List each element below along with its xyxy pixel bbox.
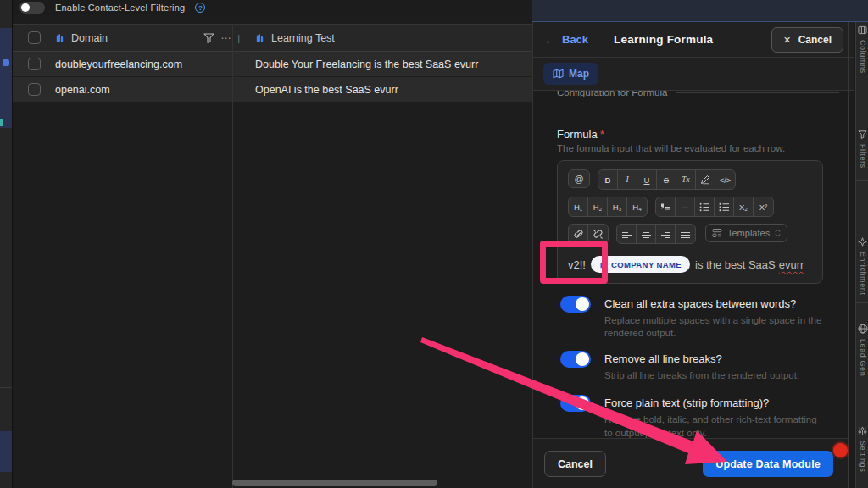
panel-cancel-button[interactable]: × Cancel: [771, 27, 843, 53]
config-section-header: Configuration for Formula: [557, 91, 848, 99]
column-header-domain[interactable]: Domain ⋯ |: [55, 32, 245, 44]
close-icon: ×: [783, 33, 790, 47]
row-checkbox[interactable]: [28, 83, 41, 96]
table-row[interactable]: openai.com OpenAI is the best SaaS evurr: [13, 77, 532, 103]
align-right-icon: [660, 229, 671, 239]
toggle-description: Strip all line breaks from the rendered …: [604, 369, 826, 382]
quote-icon: [660, 202, 671, 212]
formula-field-help: The formula input that will be evaluated…: [557, 143, 848, 153]
mention-button[interactable]: @: [568, 169, 590, 188]
sidebar-divider: [0, 387, 12, 388]
misspelled-word: evurr: [779, 258, 804, 271]
bold-button[interactable]: B: [598, 170, 618, 189]
map-button[interactable]: Map: [543, 63, 598, 85]
rail-tab-settings[interactable]: Settings: [856, 426, 868, 472]
right-tab-rail: Columns Filters Enrichment Lead Gen Sett…: [855, 22, 868, 488]
panel-top-strip: [532, 0, 868, 22]
formula-text-prefix: v2!!: [568, 258, 586, 271]
unlink-button[interactable]: [588, 225, 608, 243]
templates-dropdown[interactable]: Templates: [705, 224, 787, 242]
rail-label: Settings: [859, 441, 867, 472]
align-center-icon: [641, 229, 652, 239]
updown-chevrons-icon: [775, 229, 781, 237]
align-right-button[interactable]: [656, 225, 676, 243]
highlight-pen-button[interactable]: [696, 170, 715, 189]
h4-button[interactable]: H₄: [627, 197, 647, 216]
bullet-list-button[interactable]: [695, 197, 715, 216]
domain-cell: doubleyourfreelancing.com: [55, 58, 182, 70]
align-left-button[interactable]: [617, 225, 637, 243]
pen-icon: [700, 175, 710, 185]
link-button[interactable]: [569, 225, 588, 243]
company-name-variable-chip[interactable]: COMPANY NAME: [591, 256, 690, 273]
clean-spaces-toggle[interactable]: [560, 296, 591, 313]
notification-dot: [833, 443, 848, 458]
rail-separator: [856, 180, 868, 181]
help-icon[interactable]: ?: [195, 3, 205, 13]
filter-funnel-icon: [858, 130, 867, 139]
contact-filter-label: Enable Contact-Level Filtering: [55, 3, 185, 13]
panel-footer: Cancel Update Data Module: [533, 438, 848, 488]
italic-button[interactable]: I: [618, 170, 637, 189]
building-icon: [599, 261, 607, 269]
cancel-label: Cancel: [798, 34, 832, 46]
code-button[interactable]: </>: [715, 170, 735, 189]
column-menu-icon[interactable]: ⋯: [220, 32, 231, 44]
contact-filter-toggle[interactable]: [19, 2, 45, 14]
templates-label: Templates: [727, 228, 770, 238]
building-icon: [255, 33, 264, 42]
column-header-learning-test[interactable]: Learning Test: [245, 32, 532, 44]
remove-line-breaks-toggle[interactable]: [560, 351, 591, 368]
config-section-title: Configuration for Formula: [557, 91, 667, 97]
learning-test-cell: Double Your Freelancing is the best SaaS…: [255, 58, 478, 70]
templates-icon: [712, 228, 722, 238]
rail-tab-filters[interactable]: Filters: [856, 130, 868, 169]
subscript-button[interactable]: X₂: [734, 197, 754, 216]
formula-field-label: Formula*: [557, 128, 848, 141]
toggle-description: Replace multiple spaces with a single sp…: [604, 314, 826, 341]
blockquote-button[interactable]: [656, 197, 676, 216]
column-resize-handle[interactable]: |: [237, 33, 240, 43]
formula-content[interactable]: v2!! COMPANY NAME is the best SaaS evurr: [568, 256, 814, 273]
horizontal-scrollbar-thumb[interactable]: [232, 480, 437, 486]
toggle-row-plain-text: Force plain text (strip formatting)? Rem…: [560, 395, 848, 438]
horizontal-rule-button[interactable]: ⋯: [676, 197, 695, 216]
rail-tab-lead-gen[interactable]: Lead Gen: [856, 324, 868, 376]
align-center-button[interactable]: [637, 225, 656, 243]
toggle-label: Clean all extra spaces between words?: [604, 297, 826, 310]
strikethrough-button[interactable]: S: [657, 170, 676, 189]
h3-button[interactable]: H₃: [608, 197, 627, 216]
h1-button[interactable]: H₁: [569, 197, 588, 216]
link-icon: [573, 229, 584, 239]
rail-label: Enrichment: [859, 252, 867, 296]
select-all-checkbox[interactable]: [28, 31, 41, 44]
underline-button[interactable]: U: [637, 170, 657, 189]
ordered-list-button[interactable]: [715, 197, 734, 216]
superscript-button[interactable]: X²: [754, 197, 773, 216]
back-button[interactable]: Back: [562, 33, 588, 46]
formula-editor: @ B I U S Tx </> H₁ H₂ H₃: [557, 160, 823, 284]
rail-tab-enrichment[interactable]: Enrichment: [856, 237, 868, 296]
rail-tab-columns[interactable]: Columns: [856, 25, 868, 74]
sidebar-mini-icon: [3, 59, 9, 66]
column-label: Domain: [71, 32, 108, 44]
contact-filter-bar: Enable Contact-Level Filtering ?: [13, 0, 532, 15]
force-plain-text-toggle[interactable]: [560, 395, 591, 412]
back-arrow-icon[interactable]: ←: [544, 33, 556, 47]
clear-formatting-button[interactable]: Tx: [676, 170, 696, 189]
toggle-label: Force plain text (strip formatting)?: [604, 396, 826, 409]
table-area: Enable Contact-Level Filtering ? Domain …: [12, 0, 532, 488]
sidebar-selection-bottom[interactable]: [0, 431, 12, 472]
align-justify-button[interactable]: [676, 225, 695, 243]
map-icon: [553, 69, 564, 79]
sidebar-selection[interactable]: [0, 28, 12, 128]
h2-button[interactable]: H₂: [588, 197, 608, 216]
rail-label: Columns: [859, 40, 867, 74]
table-row[interactable]: doubleyourfreelancing.com Double Your Fr…: [13, 52, 532, 77]
row-checkbox[interactable]: [28, 58, 41, 70]
footer-cancel-button[interactable]: Cancel: [544, 451, 606, 477]
update-data-module-button[interactable]: Update Data Module: [703, 451, 833, 477]
sparkle-icon: [858, 237, 867, 247]
filter-funnel-icon[interactable]: [203, 33, 214, 43]
panel-title: Learning Formula: [614, 33, 713, 46]
